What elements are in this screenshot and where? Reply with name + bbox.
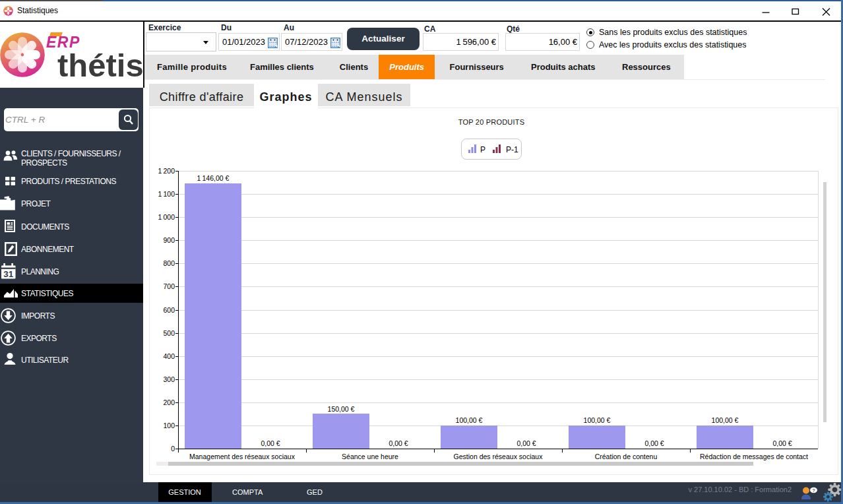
svg-text:31: 31 [3, 269, 14, 279]
svg-text:?: ? [812, 488, 815, 493]
